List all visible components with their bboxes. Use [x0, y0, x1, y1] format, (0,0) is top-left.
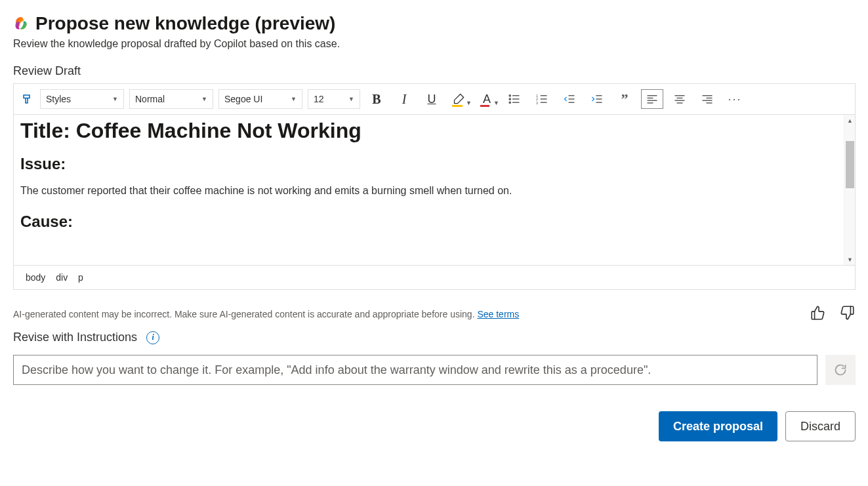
page-subtitle: Review the knowledge proposal drafted by…: [13, 38, 855, 50]
more-button[interactable]: ···: [724, 89, 746, 109]
path-div[interactable]: div: [56, 272, 68, 283]
font-size-select[interactable]: 12 ▼: [308, 89, 360, 109]
create-proposal-button[interactable]: Create proposal: [659, 411, 777, 441]
rich-text-editor: Styles ▼ Normal ▼ Segoe UI ▼ 12 ▼ B I U …: [13, 83, 856, 290]
quote-button[interactable]: ”: [613, 89, 636, 109]
editor-content-area[interactable]: Title: Coffee Machine Not Working Issue:…: [14, 115, 855, 265]
element-path-bar: body div p: [14, 265, 855, 289]
chevron-down-icon: ▼: [291, 96, 297, 102]
ai-disclaimer: AI-generated content may be incorrect. M…: [13, 309, 519, 319]
chevron-down-icon: ▼: [493, 100, 499, 106]
format-painter-button[interactable]: [20, 92, 35, 106]
font-color-button[interactable]: A ▼: [476, 89, 498, 109]
align-left-button[interactable]: [641, 89, 663, 109]
bullet-list-button[interactable]: [503, 89, 526, 109]
align-right-button[interactable]: [696, 89, 718, 109]
info-icon[interactable]: i: [146, 331, 159, 344]
page-title: Propose new knowledge (preview): [35, 13, 335, 34]
scrollbar[interactable]: ▲ ▼: [844, 115, 855, 265]
format-value: Normal: [135, 94, 165, 104]
svg-text:3: 3: [536, 101, 538, 105]
thumbs-up-icon[interactable]: [810, 304, 827, 324]
chevron-down-icon: ▼: [466, 100, 472, 106]
svg-point-3: [509, 95, 510, 96]
revise-label: Revise with Instructions: [13, 331, 137, 344]
draft-title: Title: Coffee Machine Not Working: [20, 119, 843, 143]
discard-button[interactable]: Discard: [785, 411, 856, 441]
indent-button[interactable]: [586, 89, 608, 109]
format-select[interactable]: Normal ▼: [129, 89, 213, 109]
path-body[interactable]: body: [26, 272, 45, 283]
issue-heading: Issue:: [20, 155, 843, 173]
chevron-down-icon: ▼: [112, 96, 118, 102]
chevron-down-icon: ▼: [348, 96, 354, 102]
highlight-button[interactable]: ▼: [448, 89, 470, 109]
copilot-icon: [13, 16, 29, 31]
align-center-button[interactable]: [669, 89, 691, 109]
underline-button[interactable]: U: [421, 89, 443, 109]
thumbs-down-icon[interactable]: [838, 304, 856, 324]
size-value: 12: [314, 94, 324, 104]
editor-toolbar: Styles ▼ Normal ▼ Segoe UI ▼ 12 ▼ B I U …: [14, 84, 855, 115]
font-select[interactable]: Segoe UI ▼: [218, 89, 302, 109]
bold-button[interactable]: B: [365, 89, 388, 109]
path-p[interactable]: p: [78, 272, 83, 283]
font-value: Segoe UI: [224, 94, 262, 104]
see-terms-link[interactable]: See terms: [477, 309, 519, 319]
scroll-thumb[interactable]: [846, 141, 854, 188]
cause-heading: Cause:: [20, 213, 843, 231]
disclaimer-text: AI-generated content may be incorrect. M…: [13, 309, 477, 319]
numbered-list-button[interactable]: 123: [531, 89, 553, 109]
outdent-button[interactable]: [558, 89, 581, 109]
scroll-up-icon[interactable]: ▲: [844, 115, 855, 126]
scroll-down-icon[interactable]: ▼: [844, 254, 855, 265]
regenerate-button[interactable]: [825, 355, 856, 385]
review-draft-label: Review Draft: [13, 64, 855, 78]
svg-point-5: [509, 102, 510, 103]
revise-instructions-input[interactable]: [13, 355, 817, 385]
issue-body: The customer reported that their coffee …: [20, 185, 843, 197]
italic-button[interactable]: I: [393, 89, 415, 109]
chevron-down-icon: ▼: [201, 96, 207, 102]
styles-select[interactable]: Styles ▼: [40, 89, 124, 109]
styles-value: Styles: [46, 94, 71, 104]
svg-point-4: [509, 98, 510, 100]
